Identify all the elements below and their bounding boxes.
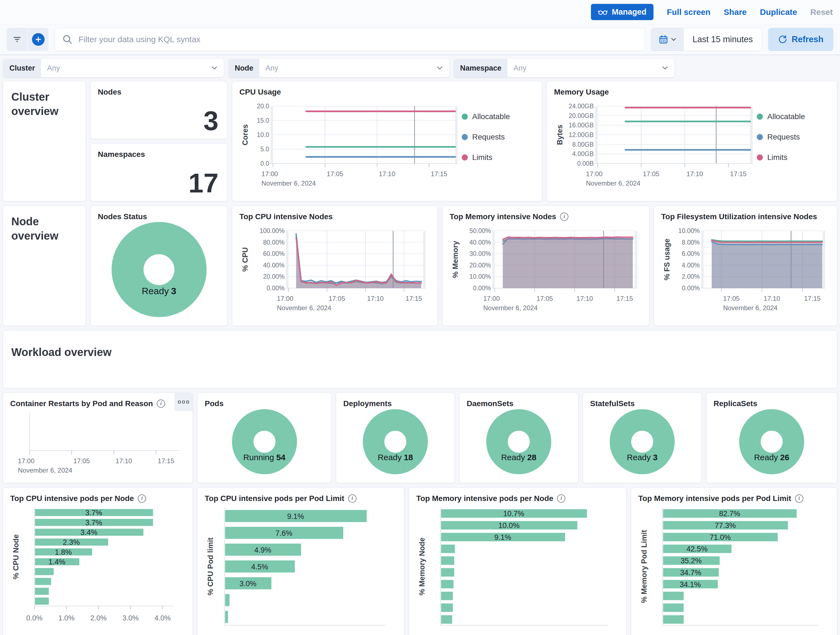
- svg-text:17:10: 17:10: [379, 170, 395, 177]
- svg-text:7.6%: 7.6%: [275, 529, 292, 537]
- top-memory-nodes-chart[interactable]: 0.00%10.00%20.00%30.00%40.00%50.00%17:00…: [450, 222, 642, 317]
- svg-text:Bytes: Bytes: [556, 125, 564, 145]
- svg-text:3.0%: 3.0%: [122, 614, 139, 622]
- namespace-filter-label: Namespace: [454, 59, 507, 77]
- filter-menu-button[interactable]: [6, 28, 27, 51]
- svg-text:November 6, 2024: November 6, 2024: [18, 467, 72, 474]
- svg-text:November 6, 2024: November 6, 2024: [723, 304, 777, 312]
- share-button[interactable]: Share: [724, 8, 747, 17]
- reset-button[interactable]: Reset: [810, 8, 833, 17]
- legend-item[interactable]: Limits: [757, 153, 830, 162]
- svg-text:4.9%: 4.9%: [254, 546, 272, 554]
- top-cpu-pods-node-chart[interactable]: 3.7%3.7%3.4%2.3%1.8%1.4%0.0%1.0%2.0%3.0%…: [10, 503, 185, 632]
- replicasets-donut[interactable]: Ready26: [739, 409, 804, 474]
- info-icon[interactable]: i: [348, 494, 357, 503]
- daemonsets-label: Ready28: [486, 453, 551, 462]
- svg-text:0.00%: 0.00%: [682, 285, 700, 292]
- svg-text:77.3%: 77.3%: [715, 521, 736, 530]
- svg-text:15.0: 15.0: [257, 117, 269, 124]
- top-cpu-pods-limit-panel: Top CPU intensive pods per Pod Limit i 9…: [197, 488, 404, 635]
- legend-item[interactable]: Requests: [757, 133, 830, 141]
- control-filters: Cluster Any Node Any Namespace Any: [0, 55, 840, 81]
- svg-text:17:10: 17:10: [764, 295, 780, 302]
- svg-text:0.00%: 0.00%: [267, 285, 284, 292]
- svg-text:10.7%: 10.7%: [503, 510, 524, 518]
- top-memory-pods-node-chart[interactable]: 10.7%10.0%9.1%% Memory Node: [416, 503, 619, 632]
- svg-text:24.00GB: 24.00GB: [568, 103, 594, 110]
- managed-label: Managed: [612, 8, 647, 17]
- legend-label: Allocatable: [472, 112, 510, 121]
- info-icon[interactable]: i: [157, 399, 165, 408]
- cluster-overview-panel: Cluster overview: [3, 81, 86, 201]
- info-icon[interactable]: i: [560, 212, 568, 221]
- nodes-metric-value: 3: [203, 107, 218, 134]
- nodes-status-donut[interactable]: Ready3: [112, 222, 207, 317]
- legend-item[interactable]: Allocatable: [462, 112, 535, 121]
- svg-text:0.00B: 0.00B: [577, 160, 594, 167]
- top-cpu-nodes-chart[interactable]: 0.00%20.00%40.00%60.00%80.00%100.00%17:0…: [239, 222, 430, 317]
- legend-dot-icon: [462, 134, 468, 140]
- statefulsets-donut[interactable]: Ready3: [609, 409, 675, 474]
- memory-usage-chart[interactable]: 0.00B4.00GB8.00GB12.00GB16.00GB20.00GB24…: [554, 97, 757, 192]
- node-filter[interactable]: Node Any: [229, 59, 449, 77]
- legend-item[interactable]: Limits: [462, 153, 535, 162]
- deployments-donut[interactable]: Ready18: [363, 409, 428, 474]
- cpu-usage-chart[interactable]: 0.05.010.015.020.017:00November 6, 20241…: [239, 97, 462, 192]
- svg-text:42.5%: 42.5%: [687, 545, 708, 553]
- svg-text:November 6, 2024: November 6, 2024: [277, 304, 331, 312]
- cluster-filter[interactable]: Cluster Any: [3, 59, 224, 77]
- daemonsets-donut[interactable]: Ready28: [486, 409, 551, 474]
- refresh-button[interactable]: Refresh: [768, 28, 834, 51]
- legend-item[interactable]: Requests: [462, 133, 535, 141]
- svg-text:80.00%: 80.00%: [263, 239, 284, 245]
- daemonsets-title: DaemonSets: [467, 399, 571, 409]
- daemonsets-panel: DaemonSets Ready28: [459, 393, 578, 483]
- info-icon[interactable]: i: [795, 494, 804, 503]
- svg-text:17:00: 17:00: [18, 457, 35, 465]
- managed-button[interactable]: Managed: [591, 4, 654, 20]
- search-input[interactable]: Filter your data using KQL syntax: [55, 28, 645, 51]
- container-restarts-chart[interactable]: 17:00November 6, 202417:0517:1017:15: [10, 409, 185, 474]
- svg-text:4.00%: 4.00%: [682, 261, 700, 269]
- time-range-value[interactable]: Last 15 minutes: [684, 28, 762, 51]
- pods-donut[interactable]: Running54: [232, 409, 297, 474]
- top-cpu-pods-limit-chart[interactable]: 9.1%7.6%4.9%4.5%3.0%% CPU Pod limit: [205, 503, 397, 632]
- panel-options-button[interactable]: [174, 393, 193, 411]
- svg-text:17:05: 17:05: [329, 295, 345, 302]
- top-cpu-pods-node-panel: Top CPU intensive pods per Node i 3.7%3.…: [3, 488, 193, 635]
- cpu-usage-panel: CPU Usage 0.05.010.015.020.017:00Novembe…: [232, 81, 542, 201]
- top-fs-nodes-chart[interactable]: 0.00%2.00%4.00%6.00%8.00%10.00%17:05Nove…: [661, 222, 830, 317]
- node-filter-value: Any: [259, 64, 437, 73]
- add-filter-button[interactable]: [27, 28, 49, 51]
- dashboard-action-bar: Managed Full screen Share Duplicate Rese…: [0, 0, 840, 24]
- svg-text:17:05: 17:05: [537, 295, 553, 302]
- svg-text:17:15: 17:15: [730, 170, 747, 177]
- svg-text:17:05: 17:05: [73, 457, 90, 465]
- top-memory-pods-limit-chart[interactable]: 82.7%77.3%71.0%42.5%35.2%34.7%34.1%% Mem…: [638, 503, 830, 632]
- legend-label: Requests: [472, 133, 505, 141]
- namespace-filter[interactable]: Namespace Any: [454, 59, 674, 77]
- duplicate-button[interactable]: Duplicate: [760, 8, 797, 17]
- legend-dot-icon: [757, 154, 763, 160]
- top-memory-pods-node-title: Top Memory intensive pods per Node: [416, 494, 553, 503]
- svg-text:20.00%: 20.00%: [469, 261, 491, 269]
- search-placeholder: Filter your data using KQL syntax: [79, 35, 200, 44]
- info-icon[interactable]: i: [138, 494, 146, 503]
- svg-text:17:00: 17:00: [586, 170, 603, 177]
- svg-text:17:05: 17:05: [723, 295, 740, 302]
- info-icon[interactable]: i: [557, 494, 565, 503]
- full-screen-button[interactable]: Full screen: [667, 8, 710, 17]
- donut-hole: [253, 431, 275, 453]
- nodes-status-title: Nodes Status: [98, 212, 220, 222]
- svg-text:% FS usage: % FS usage: [663, 239, 671, 280]
- calendar-menu-button[interactable]: [651, 28, 684, 51]
- donut-hole: [384, 431, 406, 453]
- legend-item[interactable]: Allocatable: [757, 112, 830, 121]
- svg-text:17:10: 17:10: [115, 457, 132, 465]
- svg-text:% Memory Node: % Memory Node: [418, 537, 426, 595]
- search-icon: [62, 34, 73, 45]
- svg-text:20.00%: 20.00%: [263, 273, 284, 280]
- cpu-usage-title: CPU Usage: [239, 87, 535, 97]
- svg-text:17:15: 17:15: [616, 295, 633, 302]
- legend-label: Requests: [767, 133, 800, 141]
